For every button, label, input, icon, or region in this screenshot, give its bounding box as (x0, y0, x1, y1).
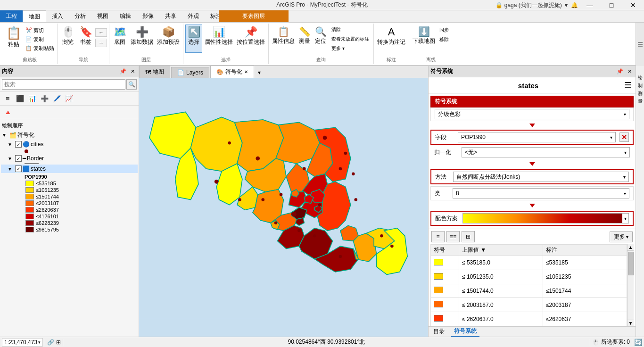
menu-icon[interactable]: ☰ (624, 80, 632, 91)
scroll-up-button[interactable]: ▲ (627, 244, 634, 251)
chart-view-button[interactable]: 📊 (26, 93, 38, 104)
tab-imagery[interactable]: 影像 (137, 10, 159, 22)
right-tool-4[interactable]: 量 (637, 92, 644, 99)
method-dropdown[interactable]: 自然间断点分级法(Jenks) ▾ (453, 172, 629, 182)
feature-layer-tab[interactable]: 要素图层 (219, 10, 289, 22)
tab-layers-view[interactable]: 📄 Layers (171, 67, 209, 78)
locate-button[interactable]: 🔍定位 (313, 25, 328, 53)
basemap-button[interactable]: 🗺️底图 (111, 25, 128, 53)
coordinates-display: 90.0254864°西 30.9392801°北 (65, 338, 588, 346)
layer-item-states[interactable]: ▼ ✓ 🟦 states (1, 165, 138, 173)
field-clear-button[interactable]: ✕ (619, 132, 629, 142)
user-info[interactable]: 🔒 gaga (我们一起抓泥鳅) ▼ 🔔 (495, 0, 578, 10)
table-row[interactable]: ≤ 1501744.0 ≤1501744 (431, 284, 627, 298)
layer-item-border[interactable]: ▼ ✓ ━ Border (1, 154, 138, 163)
map-container[interactable] (139, 78, 428, 337)
layer-item-symbolize[interactable]: ▼ 🗂️ 符号化 (1, 130, 138, 140)
normalize-dropdown[interactable]: <无> ▾ (462, 147, 630, 157)
tab-insert[interactable]: 插入 (46, 10, 69, 22)
more-query-button[interactable]: 更多 ▾ (329, 44, 372, 53)
search-button[interactable]: 🔍 (126, 79, 137, 90)
tab-map-view[interactable]: 🗺 地图 (139, 66, 170, 78)
more-button[interactable]: 更多 ▾ (610, 231, 633, 242)
copy-button[interactable]: 📄 复制 (25, 35, 55, 43)
right-tool-3[interactable]: 测 (637, 84, 644, 91)
cut-button[interactable]: ✂️ 剪切 (25, 26, 55, 34)
refresh-button[interactable]: 🔄 (634, 339, 642, 346)
tab-dropdown-button[interactable]: ▾ (255, 67, 264, 78)
bottom-tab-catalog[interactable]: 目录 (430, 327, 447, 337)
layer-item-cities[interactable]: ▼ ✓ 🔵 cities (1, 140, 138, 149)
add-data-button[interactable]: ➕添加数据 (129, 25, 155, 53)
tab-appearance[interactable]: 外观 (182, 10, 205, 22)
colorscheme-dropdown[interactable]: ▾ (462, 213, 629, 223)
close-button[interactable]: ✕ (622, 0, 644, 10)
convert-to-annotation-button[interactable]: A转换为注记 (376, 25, 407, 57)
grid-button[interactable]: ⊞ (56, 339, 61, 346)
forward-button[interactable]: → (95, 39, 107, 47)
right-tool-1[interactable]: 绘 (637, 68, 644, 74)
browse-button[interactable]: 🖱️浏览 (59, 25, 76, 53)
tab-map-label: 地图 (153, 68, 164, 76)
table-row[interactable]: ≤ 1051235.0 ≤1051235 (431, 270, 627, 284)
bar-chart-button[interactable]: 📈 (63, 93, 74, 104)
symbol-panel-close[interactable]: ✕ (625, 67, 634, 76)
symbol-system-dropdown[interactable]: 分级色彩 ▾ (435, 109, 629, 119)
filter-button[interactable]: 🖊️ (51, 93, 62, 104)
select-button[interactable]: ↖️选择 (185, 25, 202, 53)
bottom-tab-symbol[interactable]: 符号系统 (451, 326, 479, 337)
sym-toolbar-btn-3[interactable]: ⊞ (462, 231, 475, 242)
list-view-button[interactable]: ≡ (2, 93, 13, 104)
download-map-button[interactable]: ⬇️下载地图 (411, 25, 437, 53)
table-row[interactable]: ≤ 535185.0 ≤535185 (431, 256, 627, 270)
minimize-button[interactable]: — (579, 0, 601, 10)
tab-project[interactable]: 工程 (0, 10, 23, 22)
bookmark-button[interactable]: 🔖书签 (77, 25, 94, 53)
field-dropdown[interactable]: POP1990 ▾ (458, 132, 616, 142)
states-checkbox[interactable]: ✓ (15, 165, 22, 172)
tab-symbolize-view[interactable]: 🎨 符号化 ✕ (210, 66, 254, 78)
symbol-filter-button[interactable]: 🔺 (2, 107, 13, 118)
location-select-button[interactable]: 📌按位置选择 (235, 25, 266, 53)
table-row[interactable]: ≤ 2620637.0 ≤2620637 (431, 312, 627, 326)
back-button[interactable]: ← (95, 28, 107, 37)
search-input[interactable] (2, 79, 125, 90)
close-tab-button[interactable]: ✕ (244, 69, 248, 74)
col-symbol[interactable]: 符号 (431, 245, 459, 256)
view-unplaced-button[interactable]: 查看未放置的标注 (329, 35, 372, 43)
tab-analysis[interactable]: 分析 (69, 10, 91, 22)
tab-map[interactable]: 地图 (23, 10, 46, 22)
table-row[interactable]: ≤ 2003187.0 ≤2003187 (431, 298, 627, 312)
tab-share[interactable]: 共享 (159, 10, 182, 22)
border-checkbox[interactable]: ✓ (15, 155, 22, 162)
remove-button[interactable]: 移除 (438, 36, 451, 43)
attribute-select-button[interactable]: 📊属性性选择 (203, 25, 234, 53)
scroll-thumb[interactable] (628, 252, 634, 275)
cities-checkbox[interactable]: ✓ (15, 141, 22, 148)
clear-button[interactable]: 清除 (329, 25, 372, 34)
class-dropdown[interactable]: 8 ▾ (453, 188, 629, 198)
symbol-panel-pin[interactable]: 📌 (616, 67, 624, 76)
sync-button[interactable]: 同步 (438, 26, 451, 34)
add-preset-button[interactable]: 📦添加预设 (156, 25, 181, 53)
scale-dropdown[interactable]: 1:23,470,473 ▾ (2, 338, 43, 347)
panel-close-button[interactable]: ✕ (128, 67, 137, 76)
paste-button[interactable]: 📋 粘贴 (4, 25, 24, 53)
svg-point-42 (261, 198, 264, 201)
measure-button[interactable]: 📏测量 (297, 25, 312, 53)
col-upper[interactable]: 上限值 ▼ (459, 245, 543, 256)
map-link-button[interactable]: 🔗 (47, 339, 54, 346)
panel-pin-button[interactable]: 📌 (119, 67, 127, 76)
cylinder-view-button[interactable]: ⬛ (14, 93, 25, 104)
scroll-down-button[interactable]: ▼ (627, 320, 634, 326)
sym-toolbar-btn-2[interactable]: ≡≡ (446, 231, 460, 242)
copy-path-button[interactable]: 📋 复制粘贴 (25, 44, 55, 52)
sym-toolbar-btn-1[interactable]: ≡ (431, 231, 445, 242)
col-label[interactable]: 标注 (543, 245, 627, 256)
tab-view[interactable]: 视图 (91, 10, 114, 22)
add-layer-button[interactable]: ➕ (39, 93, 50, 104)
maximize-button[interactable]: □ (601, 0, 622, 10)
tab-edit[interactable]: 编辑 (114, 10, 137, 22)
attribute-info-button[interactable]: 📋属性信息 (271, 25, 296, 53)
right-tool-2[interactable]: 制 (637, 76, 644, 83)
